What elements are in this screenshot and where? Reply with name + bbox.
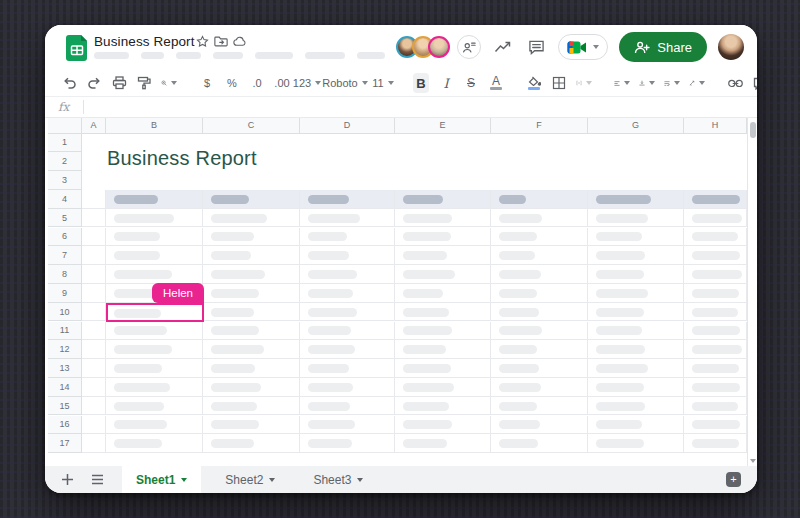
menubar-placeholder[interactable] [94, 52, 385, 59]
scroll-down-icon[interactable] [750, 459, 756, 463]
cell-G5[interactable] [588, 209, 684, 228]
cell-A17[interactable] [82, 434, 106, 453]
cell-F2[interactable] [491, 152, 588, 171]
cell-G9[interactable] [588, 284, 684, 303]
cell-H12[interactable] [684, 340, 747, 359]
cell-B16[interactable] [106, 416, 203, 435]
cell-B7[interactable] [106, 246, 203, 265]
row-header-15[interactable]: 15 [48, 397, 82, 416]
insert-comment-button[interactable] [752, 73, 757, 93]
cell-C17[interactable] [203, 434, 300, 453]
menu-item-placeholder-5[interactable] [305, 52, 345, 59]
cell-A14[interactable] [82, 378, 106, 397]
cell-C6[interactable] [203, 228, 300, 247]
decrease-decimal-button[interactable]: .0 [249, 73, 265, 93]
cell-D11[interactable] [300, 322, 395, 341]
cell-B12[interactable] [106, 340, 203, 359]
cell-E7[interactable] [395, 246, 491, 265]
cell-B14[interactable] [106, 378, 203, 397]
insert-link-button[interactable] [727, 73, 743, 93]
cell-D4[interactable] [300, 190, 395, 209]
cell-F13[interactable] [491, 359, 588, 378]
cell-F12[interactable] [491, 340, 588, 359]
row-header-14[interactable]: 14 [48, 378, 82, 397]
cell-A11[interactable] [82, 322, 106, 341]
cell-A13[interactable] [82, 359, 106, 378]
row-header-7[interactable]: 7 [48, 246, 82, 265]
cell-G2[interactable] [588, 152, 684, 171]
cell-E6[interactable] [395, 228, 491, 247]
cell-D15[interactable] [300, 397, 395, 416]
cell-E5[interactable] [395, 209, 491, 228]
cell-H15[interactable] [684, 397, 747, 416]
cell-F6[interactable] [491, 228, 588, 247]
cell-B15[interactable] [106, 397, 203, 416]
cell-B13[interactable] [106, 359, 203, 378]
cell-E14[interactable] [395, 378, 491, 397]
cell-H1[interactable] [684, 134, 747, 153]
redo-button[interactable] [86, 73, 102, 93]
cell-G7[interactable] [588, 246, 684, 265]
cell-D12[interactable] [300, 340, 395, 359]
column-header-H[interactable]: H [684, 118, 747, 134]
cell-A5[interactable] [82, 209, 106, 228]
cell-C9[interactable] [203, 284, 300, 303]
row-header-12[interactable]: 12 [48, 340, 82, 359]
vertical-align-menu[interactable] [639, 73, 655, 93]
cell-C8[interactable] [203, 265, 300, 284]
cell-A12[interactable] [82, 340, 106, 359]
cell-F15[interactable] [491, 397, 588, 416]
star-icon[interactable] [195, 34, 209, 48]
menu-item-placeholder-1[interactable] [141, 52, 164, 59]
cell-B4[interactable] [106, 190, 203, 209]
cell-A8[interactable] [82, 265, 106, 284]
cell-D16[interactable] [300, 416, 395, 435]
font-family-menu[interactable]: Roboto [337, 73, 353, 93]
cell-F7[interactable] [491, 246, 588, 265]
formula-input[interactable] [84, 97, 757, 117]
cell-F1[interactable] [491, 134, 588, 153]
cell-E4[interactable] [395, 190, 491, 209]
cell-E15[interactable] [395, 397, 491, 416]
cell-G13[interactable] [588, 359, 684, 378]
cell-G10[interactable] [588, 303, 684, 322]
collaborator-avatars[interactable] [396, 36, 450, 58]
text-color-button[interactable]: A [488, 73, 504, 93]
cell-G3[interactable] [588, 171, 684, 190]
column-header-D[interactable]: D [300, 118, 395, 134]
paint-format-button[interactable] [136, 73, 152, 93]
cell-E1[interactable] [395, 134, 491, 153]
cell-A3[interactable] [82, 171, 106, 190]
italic-button[interactable]: I [438, 73, 454, 93]
cell-F10[interactable] [491, 303, 588, 322]
explore-button[interactable]: + [726, 472, 741, 487]
column-header-G[interactable]: G [588, 118, 684, 134]
cell-C4[interactable] [203, 190, 300, 209]
cell-B6[interactable] [106, 228, 203, 247]
sheet-tab-sheet2[interactable]: Sheet2 [211, 466, 289, 493]
row-header-6[interactable]: 6 [48, 228, 82, 247]
merge-cells-menu[interactable] [576, 73, 592, 93]
cell-E10[interactable] [395, 303, 491, 322]
cell-G14[interactable] [588, 378, 684, 397]
text-rotation-menu[interactable] [689, 73, 705, 93]
cell-D5[interactable] [300, 209, 395, 228]
vertical-scroll-thumb[interactable] [750, 122, 756, 138]
cell-C5[interactable] [203, 209, 300, 228]
cell-A6[interactable] [82, 228, 106, 247]
cell-D13[interactable] [300, 359, 395, 378]
row-header-10[interactable]: 10 [48, 303, 82, 322]
column-header-E[interactable]: E [395, 118, 491, 134]
cell-E12[interactable] [395, 340, 491, 359]
cell-D2[interactable] [300, 152, 395, 171]
cell-D3[interactable] [300, 171, 395, 190]
cloud-saved-icon[interactable] [233, 34, 247, 48]
row-header-4[interactable]: 4 [48, 190, 82, 209]
cell-D10[interactable] [300, 303, 395, 322]
cell-C16[interactable] [203, 416, 300, 435]
cell-E3[interactable] [395, 171, 491, 190]
strikethrough-button[interactable]: S [463, 73, 479, 93]
cell-A4[interactable] [82, 190, 106, 209]
cell-F9[interactable] [491, 284, 588, 303]
cell-H16[interactable] [684, 416, 747, 435]
